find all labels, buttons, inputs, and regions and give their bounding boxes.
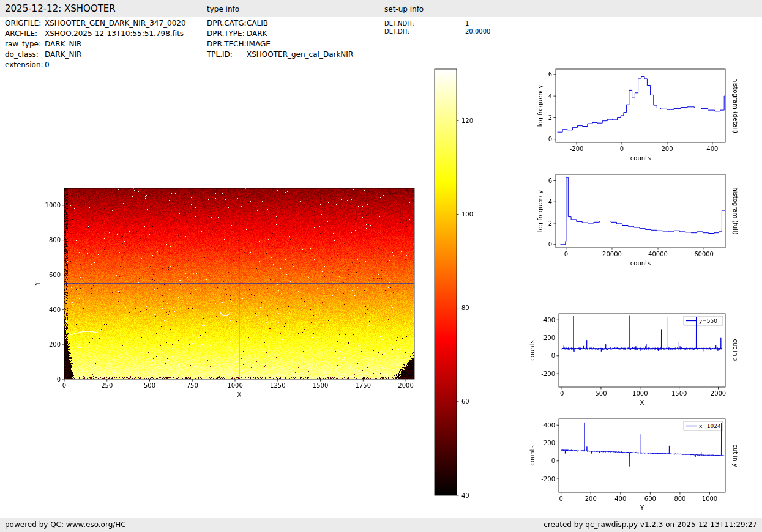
x-tick-label: 0 bbox=[62, 382, 66, 389]
y-tick-label: 2 bbox=[548, 114, 552, 121]
y-tick-label: 2 bbox=[548, 220, 552, 227]
x-axis-label: X bbox=[237, 391, 242, 398]
y-tick-label: 0 bbox=[57, 376, 61, 383]
field-label: DPR.CATG: bbox=[207, 19, 247, 28]
meta-row-dprtype: DPR.TYPE:DARK bbox=[207, 29, 267, 38]
x-tick-label: 1250 bbox=[270, 382, 285, 389]
y-tick-label: 4 bbox=[548, 93, 552, 100]
axes-hist_detail: -20002004000246countslog frequencyhistog… bbox=[537, 69, 739, 161]
y-tick-label: 200 bbox=[543, 440, 555, 446]
field-label: ARCFILE: bbox=[5, 29, 45, 38]
x-tick-label: 60000 bbox=[694, 251, 714, 257]
x-tick-label: 40000 bbox=[648, 251, 668, 257]
x-axis-label: counts bbox=[630, 260, 651, 267]
y-tick-label: 800 bbox=[49, 237, 61, 243]
field-value: DARK_NIR bbox=[45, 40, 81, 48]
y-axis-label: log frequency bbox=[537, 85, 543, 127]
right-axis-label: histogram (detail) bbox=[732, 78, 739, 133]
setup-info-heading: set-up info bbox=[384, 5, 424, 13]
field-value: IMAGE bbox=[247, 40, 271, 48]
y-tick-label: 0 bbox=[551, 457, 555, 464]
field-value: DARK_NIR bbox=[45, 50, 81, 59]
x-tick-label: 200 bbox=[661, 146, 673, 152]
x-tick-label: 400 bbox=[706, 146, 718, 152]
report-title: 2025-12-12: XSHOOTER bbox=[5, 3, 116, 14]
footer-right-text: created by qc_rawdisp.py v1.2.3 on 2025-… bbox=[543, 520, 757, 529]
meta-row-dprcatg: DPR.CATG:CALIB bbox=[207, 19, 268, 28]
x-tick-label: 1500 bbox=[671, 390, 687, 397]
field-value: DARK bbox=[247, 29, 267, 38]
right-axis-label: histogram (full) bbox=[732, 187, 739, 234]
y-tick-label: 200 bbox=[543, 334, 555, 341]
field-label: DET.DIT: bbox=[384, 28, 465, 35]
y-tick-label: -200 bbox=[541, 476, 555, 482]
legend-cut_y: x=1024 bbox=[684, 421, 723, 430]
y-tick-label: 400 bbox=[543, 317, 555, 323]
meta-row-origfile: ORIGFILE:XSHOOTER_GEN_DARK_NIR_347_0020 bbox=[5, 19, 186, 28]
right-axis-label: cut in y bbox=[732, 444, 739, 467]
meta-row-rawtype: raw_type:DARK_NIR bbox=[5, 40, 81, 48]
x-tick-label: 1750 bbox=[356, 382, 371, 389]
x-tick-label: 750 bbox=[187, 382, 198, 389]
y-axis-label: log frequency bbox=[537, 190, 543, 232]
x-tick-label: 200 bbox=[585, 495, 597, 502]
x-tick-label: 0 bbox=[564, 251, 568, 257]
field-value: 20.0000 bbox=[465, 28, 490, 35]
qc-report-page: 2025-12-12: XSHOOTER type info set-up in… bbox=[0, 0, 762, 532]
meta-row-arcfile: ARCFILE:XSHOO.2025-12-13T10:55:51.798.fi… bbox=[5, 29, 184, 38]
field-label: do_class: bbox=[5, 50, 45, 59]
series-cut_y bbox=[561, 423, 725, 467]
series-hist_detail bbox=[558, 76, 725, 132]
x-tick-label: 1000 bbox=[632, 390, 648, 397]
axes-cut_y: 02004006008001000-2000200400Ycountscut i… bbox=[529, 419, 739, 511]
x-tick-label: 600 bbox=[644, 495, 656, 502]
field-label: raw_type: bbox=[5, 40, 45, 48]
footer-left-text: powered by QC: www.eso.org/HC bbox=[5, 520, 126, 529]
field-label: TPL.ID: bbox=[207, 50, 247, 59]
series-cut_x bbox=[562, 316, 722, 352]
type-info-heading: type info bbox=[207, 5, 239, 13]
y-tick-label: 4 bbox=[548, 199, 552, 205]
y-tick-label: 6 bbox=[548, 71, 552, 78]
legend-label: x=1024 bbox=[699, 423, 721, 429]
x-axis-label: X bbox=[640, 399, 644, 406]
colorbar-tick-label: 120 bbox=[461, 117, 473, 124]
meta-row-detdit: DET.DIT:20.0000 bbox=[384, 28, 490, 35]
field-label: DPR.TECH: bbox=[207, 40, 247, 48]
y-tick-label: 1000 bbox=[45, 202, 61, 209]
field-value: 1 bbox=[465, 20, 469, 27]
x-tick-label: -200 bbox=[570, 146, 584, 152]
y-tick-label: 600 bbox=[49, 272, 61, 278]
field-label: extension: bbox=[5, 61, 45, 69]
x-tick-label: 1000 bbox=[227, 382, 242, 389]
field-value: XSHOOTER_GEN_DARK_NIR_347_0020 bbox=[45, 19, 186, 28]
colorbar-tick-label: 100 bbox=[461, 211, 473, 218]
axes-cut_x: 0500100015002000-2000200400Xcountscut in… bbox=[529, 314, 739, 406]
y-tick-label: -200 bbox=[541, 371, 555, 377]
x-tick-label: 800 bbox=[674, 495, 685, 502]
meta-row-detndit: DET.NDIT:1 bbox=[384, 20, 469, 27]
right-axis-label: cut in x bbox=[732, 339, 739, 361]
legend-label: y=550 bbox=[699, 318, 717, 324]
field-value: 0 bbox=[45, 61, 50, 69]
y-tick-label: 0 bbox=[548, 136, 552, 142]
colorbar-tick-label: 60 bbox=[461, 398, 469, 405]
field-value: XSHOOTER_gen_cal_DarkNIR bbox=[247, 50, 353, 59]
colorbar-tick-label: 40 bbox=[461, 492, 469, 499]
field-label: DET.NDIT: bbox=[384, 20, 465, 27]
x-tick-label: 500 bbox=[595, 390, 607, 397]
x-tick-label: 1000 bbox=[702, 495, 717, 502]
y-tick-label: 400 bbox=[543, 422, 555, 429]
x-tick-label: 2000 bbox=[398, 382, 413, 389]
colorbar-tick-label: 80 bbox=[461, 305, 469, 311]
field-value: XSHOO.2025-12-13T10:55:51.798.fits bbox=[45, 29, 184, 38]
dark-frame-image bbox=[64, 188, 414, 379]
x-tick-label: 0 bbox=[559, 495, 562, 502]
field-label: DPR.TYPE: bbox=[207, 29, 247, 38]
field-value: CALIB bbox=[247, 19, 268, 28]
x-tick-label: 2000 bbox=[711, 390, 726, 397]
x-tick-label: 250 bbox=[101, 382, 113, 389]
legend-cut_x: y=550 bbox=[684, 316, 723, 325]
y-tick-label: 400 bbox=[49, 306, 61, 313]
x-tick-label: 0 bbox=[560, 390, 564, 397]
